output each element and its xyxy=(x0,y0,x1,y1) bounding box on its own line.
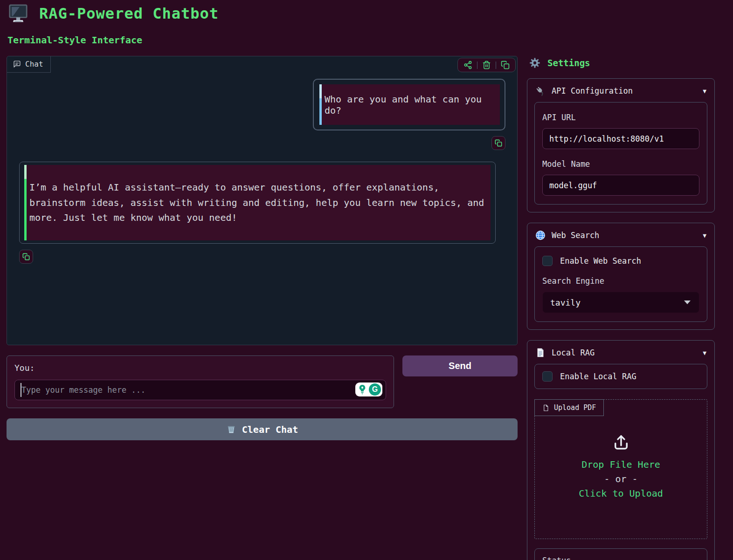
message-input[interactable] xyxy=(14,380,386,400)
plug-icon xyxy=(535,86,546,96)
chevron-down-icon: ▼ xyxy=(703,88,706,95)
chat-panel: Chat xyxy=(7,56,518,345)
trash-icon xyxy=(482,61,491,69)
api-url-label: API URL xyxy=(542,113,699,122)
page-title: RAG-Powered Chatbot xyxy=(39,5,219,22)
wastebasket-icon xyxy=(226,424,236,435)
user-message: Who are you and what can you do? xyxy=(313,79,505,130)
accordion-web-search-title: Web Search xyxy=(552,231,599,240)
send-button[interactable]: Send xyxy=(402,355,518,376)
message-list: Who are you and what can you do? xyxy=(7,73,517,264)
page-subtitle: Terminal-Style Interface xyxy=(7,34,733,46)
assistant-message: I’m a helpful AI assistant—ready to answ… xyxy=(19,162,496,244)
copy-icon xyxy=(495,139,502,147)
app-header: RAG-Powered Chatbot xyxy=(0,0,733,23)
copy-icon xyxy=(22,253,30,260)
text-cursor xyxy=(24,165,27,179)
accordion-local-rag-title: Local RAG xyxy=(552,348,595,357)
upload-pdf-tab[interactable]: Upload PDF xyxy=(534,399,604,416)
tab-chat-label: Chat xyxy=(25,60,43,68)
chevron-down-icon: ▼ xyxy=(703,349,706,356)
tab-chat[interactable]: Chat xyxy=(7,56,51,73)
chat-action-bar xyxy=(457,58,516,72)
clear-chat-button[interactable]: Clear Chat xyxy=(7,418,518,440)
share-button[interactable] xyxy=(463,61,472,69)
copy-conversation-button[interactable] xyxy=(501,61,510,69)
accordion-api-header[interactable]: API Configuration ▼ xyxy=(534,85,707,102)
copy-message-button[interactable] xyxy=(19,250,33,264)
caret-down-icon xyxy=(684,300,691,304)
accordion-web-search-header[interactable]: Web Search ▼ xyxy=(534,229,707,246)
chat-bubble-icon xyxy=(13,60,21,68)
delete-chat-button[interactable] xyxy=(482,61,491,69)
input-label: You: xyxy=(14,363,386,373)
search-engine-select[interactable]: tavily xyxy=(542,292,699,313)
gear-icon xyxy=(529,57,541,69)
divider xyxy=(496,61,496,69)
api-url-input[interactable] xyxy=(542,128,699,149)
accordion-api-title: API Configuration xyxy=(552,86,633,96)
upload-icon xyxy=(611,432,631,452)
model-name-input[interactable] xyxy=(542,175,699,196)
text-cursor xyxy=(319,84,322,98)
file-icon xyxy=(542,404,549,411)
text-cursor xyxy=(21,383,21,397)
globe-icon xyxy=(535,230,546,240)
settings-sidebar: Settings API Configuration xyxy=(527,56,715,560)
drop-or-text: - or - xyxy=(535,472,707,486)
message-input-group: You: G xyxy=(7,355,394,408)
accordion-local-rag: Local RAG ▼ Enable Local RAG Upload PDF xyxy=(527,340,715,560)
grammarly-g-icon: G xyxy=(369,383,381,396)
search-engine-value: tavily xyxy=(550,298,581,307)
copy-icon xyxy=(501,61,510,69)
status-group: Status xyxy=(534,548,707,560)
model-name-label: Model Name xyxy=(542,159,699,169)
accordion-web-search: Web Search ▼ Enable Web Search Search En… xyxy=(527,223,715,330)
enable-web-search-checkbox[interactable] xyxy=(542,256,553,266)
copy-message-button[interactable] xyxy=(491,136,505,150)
grammarly-lightbulb-icon xyxy=(357,383,368,396)
search-engine-label: Search Engine xyxy=(542,276,699,286)
click-to-upload-text: Click to Upload xyxy=(535,486,707,501)
pdf-dropzone[interactable]: Upload PDF Drop File Here - or - xyxy=(534,399,707,539)
accordion-local-rag-header[interactable]: Local RAG ▼ xyxy=(534,347,707,364)
user-message-text: Who are you and what can you do? xyxy=(325,94,498,116)
divider xyxy=(477,61,477,69)
assistant-message-text: I’m a helpful AI assistant—ready to answ… xyxy=(29,182,484,223)
monitor-icon xyxy=(7,4,29,23)
status-label: Status xyxy=(542,556,699,560)
clear-chat-label: Clear Chat xyxy=(242,424,298,435)
accordion-api-configuration: API Configuration ▼ API URL Model Name xyxy=(527,78,715,212)
document-icon xyxy=(535,348,546,358)
drop-file-here-text: Drop File Here xyxy=(535,458,707,472)
settings-title: Settings xyxy=(547,58,590,68)
enable-local-rag-label: Enable Local RAG xyxy=(560,372,636,381)
chevron-down-icon: ▼ xyxy=(703,232,706,239)
enable-web-search-label: Enable Web Search xyxy=(560,256,641,266)
upload-pdf-label: Upload PDF xyxy=(554,403,596,412)
enable-local-rag-checkbox[interactable] xyxy=(542,371,553,382)
share-icon xyxy=(463,61,472,69)
grammarly-extension-badge[interactable]: G xyxy=(355,382,382,396)
